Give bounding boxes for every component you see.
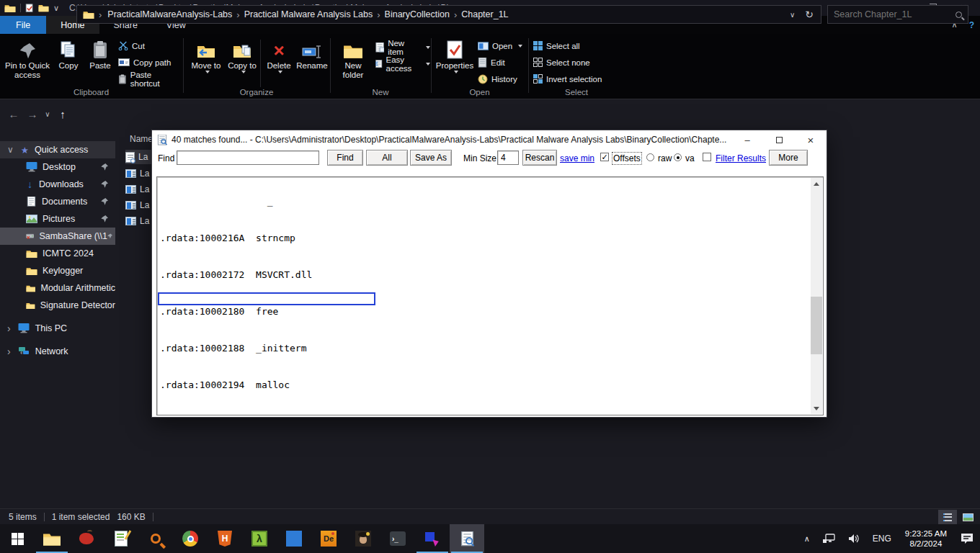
column-header-name[interactable]: Name (130, 134, 153, 144)
sidebar-item-signature-detector[interactable]: Signature Detector (0, 297, 115, 314)
open-button[interactable]: Open (478, 40, 522, 52)
sidebar-item-desktop[interactable]: Desktop (0, 158, 115, 176)
language-indicator[interactable]: ENG (866, 534, 898, 544)
refresh-icon[interactable]: ↻ (805, 9, 814, 20)
back-button[interactable]: ← (4, 108, 23, 120)
tray-show-hidden-icons-chevron[interactable]: ∧ (798, 534, 816, 544)
copy-path-button[interactable]: Copy path (118, 56, 171, 68)
sidebar-item-downloads[interactable]: ↓ Downloads (0, 176, 115, 193)
file-row[interactable]: La (125, 166, 154, 181)
tab-file[interactable]: File (0, 16, 46, 34)
save-min-link[interactable]: save min (560, 153, 594, 163)
sidebar-item-pictures[interactable]: Pictures (0, 210, 115, 228)
taskbar-notes-app[interactable] (104, 524, 138, 553)
taskbar-chrome[interactable] (173, 524, 208, 553)
paste-button[interactable]: Paste (85, 37, 115, 71)
up-button[interactable]: ↑ (53, 108, 72, 120)
sidebar-item-modular-arithmetic[interactable]: Modular Arithmetic (0, 279, 115, 297)
delete-button[interactable]: × Delete (263, 37, 295, 73)
network-tray-icon[interactable] (816, 534, 842, 544)
history-button[interactable]: History (478, 73, 517, 85)
taskbar-html-editor[interactable]: H (208, 524, 242, 553)
sidebar-item-this-pc[interactable]: › This PC (0, 320, 115, 337)
bintext-maximize-button[interactable] (763, 130, 795, 149)
rename-button[interactable]: Rename (295, 37, 329, 71)
recent-locations-chevron-icon[interactable]: ∨ (42, 110, 53, 118)
breadcrumb-item[interactable]: BinaryCollection (380, 9, 454, 19)
select-all-button[interactable]: Select all (533, 40, 580, 52)
taskbar-detect-it-easy[interactable]: De (311, 524, 346, 553)
properties-button[interactable]: Properties (435, 37, 475, 73)
raw-label[interactable]: raw (658, 153, 672, 163)
thumbnails-view-button[interactable] (958, 510, 977, 524)
filter-results-checkbox[interactable] (703, 153, 711, 161)
taskbar-bintext[interactable] (450, 524, 484, 553)
string-line[interactable]: .rdata:1000216A strncmp (160, 232, 811, 244)
string-line[interactable]: .rdata:10002172 MSVCRT.dll (160, 269, 811, 281)
bintext-minimize-button[interactable]: – (731, 130, 763, 149)
taskbar-lambda-app[interactable]: λ (242, 524, 277, 553)
address-dropdown-chevron-icon[interactable]: ∨ (790, 11, 795, 19)
sidebar-item-documents[interactable]: Documents (0, 193, 115, 210)
help-icon[interactable]: ? (969, 20, 974, 30)
bintext-titlebar[interactable]: 40 matches found... - C:\Users\Administr… (152, 130, 827, 149)
sidebar-item-sambashare[interactable]: SambaShare (\\1 (0, 228, 115, 245)
vertical-scrollbar[interactable] (811, 178, 822, 414)
breadcrumb-bar[interactable]: › PracticalMalwareAnalysis-Labs › Practi… (76, 5, 821, 24)
more-button[interactable]: More (769, 150, 808, 166)
qat-customize-chevron-icon[interactable]: ∨ (53, 4, 59, 13)
select-none-button[interactable]: Select none (533, 56, 590, 68)
file-row[interactable]: La (125, 198, 154, 212)
string-line[interactable]: .rdata:10002180 free (160, 305, 811, 318)
pin-to-quick-access-button[interactable]: Pin to Quick access (4, 37, 50, 80)
filter-results-link[interactable]: Filter Results (716, 153, 766, 163)
clock[interactable]: 9:23:25 AM 8/2/2024 (898, 529, 954, 549)
scrollbar-thumb[interactable] (811, 297, 822, 354)
taskbar-file-explorer[interactable] (35, 524, 69, 553)
search-input[interactable] (834, 9, 956, 19)
offsets-label[interactable]: Offsets (613, 153, 641, 163)
strings-results-area[interactable]: _ .rdata:1000216A strncmp .rdata:1000217… (156, 176, 824, 415)
sidebar-item-keylogger[interactable]: Keylogger (0, 262, 115, 279)
rescan-button[interactable]: Rescan (522, 150, 557, 166)
taskbar-search-app[interactable] (138, 524, 173, 553)
file-row[interactable]: La (125, 214, 154, 228)
chevron-right-icon[interactable]: › (7, 346, 11, 357)
copy-to-button[interactable]: Copy to (226, 37, 259, 73)
invert-selection-button[interactable]: Invert selection (533, 73, 602, 85)
qat-new-folder-icon[interactable] (38, 4, 49, 12)
scroll-up-button[interactable] (811, 178, 822, 189)
paste-shortcut-button[interactable]: Paste shortcut (118, 73, 182, 85)
start-button[interactable] (0, 524, 35, 553)
cut-button[interactable]: Cut (118, 40, 145, 52)
offsets-checkbox[interactable]: ✓ (600, 153, 609, 161)
file-row[interactable]: La (125, 182, 154, 197)
taskbar-vscode[interactable] (277, 524, 311, 553)
new-item-button[interactable]: New item (375, 41, 430, 53)
easy-access-button[interactable]: Easy access (375, 58, 430, 70)
file-row[interactable]: La (125, 150, 154, 164)
sidebar-item-network[interactable]: › Network (0, 343, 115, 360)
taskbar-resource-tool[interactable] (415, 524, 450, 553)
chevron-right-icon[interactable]: › (7, 323, 11, 334)
sidebar-item-quick-access[interactable]: ∨ ★ Quick access (0, 141, 115, 158)
scroll-down-button[interactable] (811, 403, 822, 414)
taskbar-portrait-app[interactable] (346, 524, 380, 553)
breadcrumb-item[interactable]: PracticalMalwareAnalysis-Labs (103, 9, 236, 19)
action-center-icon[interactable] (954, 533, 980, 544)
qat-properties-icon[interactable] (25, 4, 34, 13)
va-radio[interactable] (674, 153, 682, 161)
find-input[interactable] (177, 150, 319, 165)
edit-button[interactable]: Edit (478, 56, 505, 68)
taskbar-terminal[interactable]: ›_ (380, 524, 415, 553)
string-line[interactable]: .rdata:10002188 _initterm (160, 342, 811, 354)
min-size-input[interactable] (497, 150, 519, 165)
new-folder-button[interactable]: New folder (335, 37, 371, 80)
chevron-down-icon[interactable]: ∨ (7, 145, 14, 155)
search-box[interactable] (827, 5, 968, 24)
taskbar-pepper-app[interactable] (69, 524, 104, 553)
search-icon[interactable] (956, 12, 962, 18)
bintext-close-button[interactable]: × (795, 130, 827, 149)
breadcrumb-item[interactable]: Practical Malware Analysis Labs (240, 9, 378, 19)
va-label[interactable]: va (685, 153, 695, 163)
